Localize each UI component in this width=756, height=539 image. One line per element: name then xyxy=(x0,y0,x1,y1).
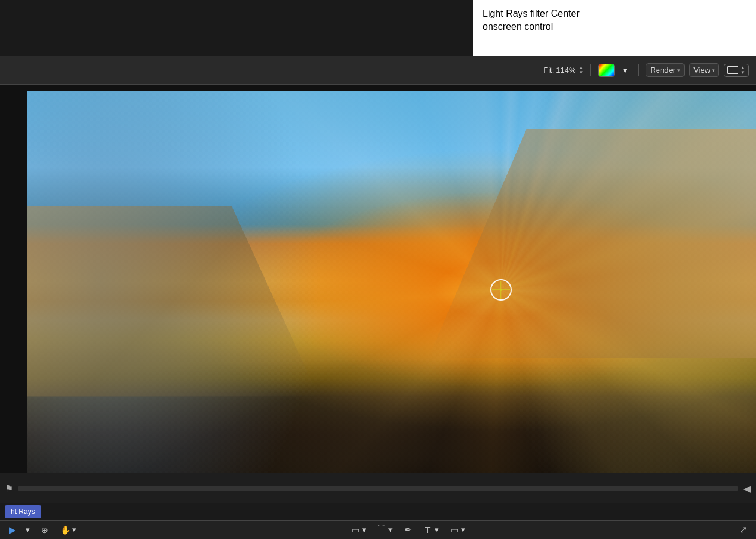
callout-vertical-line xyxy=(503,56,503,305)
fullscreen-button[interactable]: ⤢ xyxy=(736,523,750,537)
annotation-box: Light Rays filter Center onscreen contro… xyxy=(473,0,756,56)
hand-icon: ✋ xyxy=(60,525,70,535)
view-button[interactable]: View ▾ xyxy=(689,63,719,77)
monitor-button[interactable]: ▲ ▼ xyxy=(724,64,749,77)
rect-chevron-icon: ▾ xyxy=(362,525,366,534)
monitor-arrows: ▲ ▼ xyxy=(741,66,745,75)
pen-button[interactable]: ✒ xyxy=(399,523,416,537)
canvas-area xyxy=(0,85,756,503)
timeline-track[interactable] xyxy=(18,486,738,491)
timeline-scrubber: ⚑ ◀ xyxy=(0,473,756,503)
play-chevron-icon: ▾ xyxy=(26,525,30,534)
center-control-dot xyxy=(500,289,502,291)
view-label: View xyxy=(693,66,710,75)
monitor-small-icon: ▭ xyxy=(449,525,459,535)
callout-horizontal-line xyxy=(474,305,503,305)
render-chevron-icon: ▾ xyxy=(677,67,680,73)
hand-button[interactable]: ✋ ▾ xyxy=(57,523,79,537)
play-icon: ▶ xyxy=(9,525,16,535)
render-button[interactable]: Render ▾ xyxy=(646,63,685,77)
orbit-button[interactable]: ⊕ xyxy=(36,523,53,537)
timeline-start-flag[interactable]: ⚑ xyxy=(0,473,18,503)
curve-button[interactable]: ⌒ ▾ xyxy=(373,523,396,537)
annotation-text: Light Rays filter Center onscreen contro… xyxy=(483,7,580,34)
color-lut-button[interactable] xyxy=(598,64,615,77)
fit-control[interactable]: Fit: 114% ▲ ▼ xyxy=(543,66,583,75)
curve-chevron-icon: ▾ xyxy=(388,525,393,534)
start-flag-icon: ⚑ xyxy=(5,483,13,494)
fit-value: 114% xyxy=(556,66,575,75)
view-chevron-icon: ▾ xyxy=(712,67,715,73)
orbit-icon: ⊕ xyxy=(39,525,50,535)
render-label: Render xyxy=(650,66,676,75)
play-options-button[interactable]: ▾ xyxy=(23,524,33,535)
text-button[interactable]: T ▾ xyxy=(419,523,442,537)
rect-select-button[interactable]: ▭ ▾ xyxy=(347,523,369,537)
viewer-toolbar: Fit: 114% ▲ ▼ ▾ Render ▾ View ▾ ▲ ▼ xyxy=(0,56,756,85)
toolbar-divider-1 xyxy=(590,64,591,76)
pen-icon: ✒ xyxy=(402,525,413,535)
fit-arrows[interactable]: ▲ ▼ xyxy=(579,66,584,75)
timeline-end-flag[interactable]: ◀ xyxy=(738,473,756,503)
toolbar-divider-2 xyxy=(638,64,639,76)
play-button[interactable]: ▶ xyxy=(6,523,19,537)
hand-chevron-icon: ▾ xyxy=(72,525,76,534)
annotation-line1: Light Rays filter Center xyxy=(483,8,580,18)
monitor-icon xyxy=(727,66,738,74)
bottom-toolbar: ▶ ▾ ⊕ ✋ ▾ ▭ ▾ ⌒ ▾ ✒ T ▾ ▭ ▾ ⤢ xyxy=(0,520,756,539)
rect-icon: ▭ xyxy=(350,525,360,535)
clip-name: ht Rays xyxy=(11,507,35,516)
light-rays-center-control[interactable] xyxy=(490,279,512,301)
fit-label: Fit: xyxy=(543,66,554,75)
curve-icon: ⌒ xyxy=(376,525,387,535)
color-dropdown-arrow[interactable]: ▾ xyxy=(620,64,631,76)
annotation-line2: onscreen control xyxy=(483,21,553,32)
chevron-down-icon: ▾ xyxy=(623,66,627,75)
text-icon: T xyxy=(422,525,433,535)
clip-row: ht Rays xyxy=(0,503,756,520)
monitor-chevron-icon: ▾ xyxy=(461,525,465,534)
video-frame xyxy=(27,91,756,473)
end-flag-icon: ◀ xyxy=(743,483,751,494)
fullscreen-icon: ⤢ xyxy=(739,524,747,535)
monitor-small-button[interactable]: ▭ ▾ xyxy=(446,523,468,537)
clip-item-light-rays[interactable]: ht Rays xyxy=(5,505,41,518)
text-chevron-icon: ▾ xyxy=(435,525,439,534)
